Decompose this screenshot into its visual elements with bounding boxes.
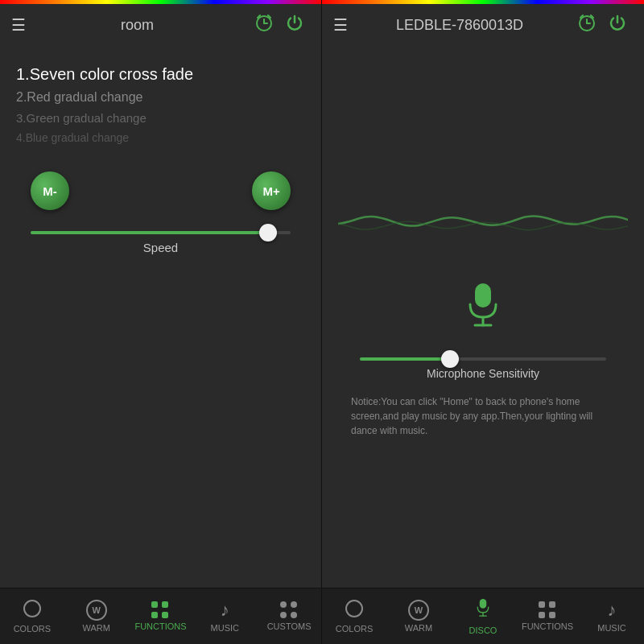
m-plus-button[interactable]: M+ [252, 171, 291, 210]
left-customs-icon [280, 601, 298, 619]
right-alarm-icon[interactable] [576, 12, 597, 38]
left-music-icon: ♪ [221, 600, 229, 621]
right-nav-warm-label: WARM [405, 623, 432, 633]
svg-rect-11 [475, 283, 491, 308]
notice-text: Notice:You can click "Home" to back to p… [338, 386, 628, 443]
m-buttons-row: M- M+ [31, 171, 291, 210]
left-bottom-nav: COLORS W WARM FUNCTIONS ♪ MUSIC [0, 588, 321, 644]
right-main-content: Microphone Sensitivity Notice:You can cl… [322, 46, 644, 588]
svg-point-5 [24, 601, 40, 617]
right-header: ☰ LEDBLE-7860013D [322, 4, 644, 46]
sensitivity-slider-track[interactable] [360, 357, 606, 361]
left-nav-colors-label: COLORS [14, 624, 51, 634]
left-nav-customs-label: CUSTOMS [267, 621, 312, 631]
left-functions-icon [151, 601, 169, 619]
right-nav-disco-label: DISCO [469, 625, 497, 635]
speed-slider-thumb[interactable] [259, 224, 277, 242]
m-minus-button[interactable]: M- [31, 171, 69, 210]
right-nav-functions[interactable]: FUNCTIONS [515, 601, 580, 631]
sensitivity-label: Microphone Sensitivity [360, 367, 606, 380]
speed-label: Speed [31, 241, 291, 254]
mode-item-1[interactable]: 1.Seven color cross fade [16, 62, 305, 87]
left-phone-panel: ☰ room 1.Seven color cross fade 2.Red gr… [0, 0, 322, 644]
right-nav-colors[interactable]: COLORS [322, 599, 386, 634]
mode-list: 1.Seven color cross fade 2.Red gradual c… [16, 62, 305, 147]
right-warm-icon: W [408, 600, 429, 621]
svg-point-14 [346, 601, 362, 617]
speed-slider-container: Speed [31, 225, 291, 254]
right-disco-mic-icon [474, 597, 492, 623]
left-nav-warm-label: WARM [82, 623, 109, 633]
right-nav-disco[interactable]: DISCO [451, 597, 515, 635]
mode-item-3[interactable]: 3.Green gradual change [16, 108, 305, 128]
right-header-title: LEDBLE-7860013D [348, 17, 572, 34]
right-bottom-nav: COLORS W WARM DISCO [322, 588, 644, 644]
left-header-title: room [26, 17, 249, 34]
mode-item-2[interactable]: 2.Red gradual change [16, 87, 305, 108]
left-header: ☰ room [0, 4, 321, 46]
sensitivity-slider-container: Microphone Sensitivity [360, 351, 606, 380]
speed-slider-fill [31, 231, 265, 234]
left-main-content: 1.Seven color cross fade 2.Red gradual c… [0, 46, 321, 588]
svg-rect-15 [480, 599, 486, 609]
waveform-display [338, 192, 628, 256]
right-nav-music[interactable]: ♪ MUSIC [580, 600, 644, 633]
right-nav-music-label: MUSIC [597, 623, 625, 633]
left-warm-icon: W [86, 600, 107, 621]
left-nav-functions-label: FUNCTIONS [134, 621, 186, 631]
sensitivity-slider-thumb[interactable] [441, 350, 459, 368]
right-phone-panel: ☰ LEDBLE-7860013D [322, 0, 644, 644]
right-nav-functions-label: FUNCTIONS [522, 621, 573, 631]
right-nav-warm[interactable]: W WARM [386, 600, 451, 633]
mode-item-4[interactable]: 4.Blue gradual change [16, 128, 305, 147]
right-power-icon[interactable] [607, 12, 628, 38]
sensitivity-slider-fill [360, 357, 446, 361]
left-nav-music-label: MUSIC [211, 623, 239, 633]
right-music-icon: ♪ [608, 600, 617, 621]
right-nav-colors-label: COLORS [336, 624, 373, 634]
speed-slider-track[interactable] [31, 231, 291, 234]
left-alarm-icon[interactable] [254, 12, 275, 38]
left-nav-warm[interactable]: W WARM [64, 600, 129, 633]
left-nav-colors[interactable]: COLORS [0, 599, 64, 634]
left-nav-functions[interactable]: FUNCTIONS [129, 601, 193, 631]
left-power-icon[interactable] [284, 12, 305, 38]
left-nav-customs[interactable]: CUSTOMS [257, 601, 321, 631]
microphone-icon [462, 280, 504, 328]
left-hamburger-icon[interactable]: ☰ [11, 17, 26, 33]
right-hamburger-icon[interactable]: ☰ [333, 17, 348, 33]
right-functions-icon [539, 601, 556, 619]
left-nav-music[interactable]: ♪ MUSIC [192, 600, 257, 633]
